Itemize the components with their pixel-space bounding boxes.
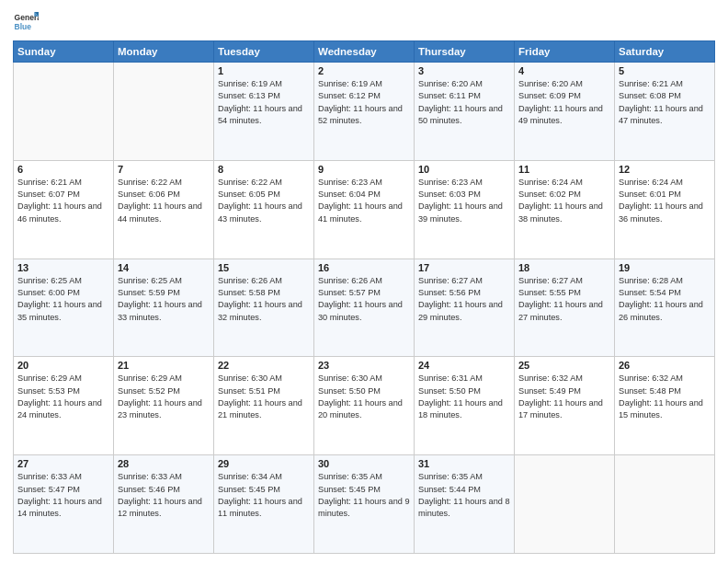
sunset-text: Sunset: 5:55 PM [518,288,581,297]
daylight-text: Daylight: 11 hours and 43 minutes. [218,201,302,223]
calendar-cell [615,455,715,554]
sunrise-text: Sunrise: 6:28 AM [619,276,683,285]
sunset-text: Sunset: 5:48 PM [619,386,681,396]
column-header-thursday: Thursday [415,41,515,63]
calendar-cell: 15 Sunrise: 6:26 AM Sunset: 5:58 PM Dayl… [214,259,314,357]
day-number: 2 [318,65,410,76]
sunset-text: Sunset: 6:07 PM [17,190,80,199]
day-number: 5 [619,65,711,76]
sunset-text: Sunset: 6:05 PM [218,190,280,199]
calendar-cell: 12 Sunrise: 6:24 AM Sunset: 6:01 PM Dayl… [615,160,715,259]
day-number: 29 [218,458,310,469]
calendar-cell: 8 Sunrise: 6:22 AM Sunset: 6:05 PM Dayli… [214,160,314,259]
day-number: 8 [218,164,310,175]
calendar-cell: 1 Sunrise: 6:19 AM Sunset: 6:13 PM Dayli… [214,63,314,161]
daylight-text: Daylight: 11 hours and 39 minutes. [418,201,503,223]
day-number: 15 [218,262,310,273]
daylight-text: Daylight: 11 hours and 44 minutes. [118,201,202,223]
sunrise-text: Sunrise: 6:22 AM [118,178,182,187]
day-info: Sunrise: 6:29 AM Sunset: 5:52 PM Dayligh… [118,373,210,421]
sunrise-text: Sunrise: 6:23 AM [318,178,382,187]
daylight-text: Daylight: 11 hours and 52 minutes. [318,104,403,125]
day-number: 16 [318,262,410,273]
day-info: Sunrise: 6:22 AM Sunset: 6:06 PM Dayligh… [118,177,210,225]
daylight-text: Daylight: 11 hours and 49 minutes. [518,104,603,125]
calendar-cell [114,63,214,161]
calendar-cell: 21 Sunrise: 6:29 AM Sunset: 5:52 PM Dayl… [114,357,214,455]
sunrise-text: Sunrise: 6:23 AM [418,178,483,187]
sunrise-text: Sunrise: 6:27 AM [418,276,483,285]
sunrise-text: Sunrise: 6:20 AM [418,79,483,88]
day-number: 17 [418,262,510,273]
daylight-text: Daylight: 11 hours and 33 minutes. [118,300,202,321]
day-info: Sunrise: 6:21 AM Sunset: 6:07 PM Dayligh… [17,177,109,225]
sunrise-text: Sunrise: 6:35 AM [318,472,382,481]
sunset-text: Sunset: 6:12 PM [318,91,381,100]
sunset-text: Sunset: 6:06 PM [118,190,180,199]
header: General Blue [13,9,715,35]
calendar-cell [14,63,114,161]
sunrise-text: Sunrise: 6:29 AM [17,373,82,383]
calendar-cell: 22 Sunrise: 6:30 AM Sunset: 5:51 PM Dayl… [214,357,314,455]
day-info: Sunrise: 6:28 AM Sunset: 5:54 PM Dayligh… [619,275,711,324]
column-header-monday: Monday [114,41,214,63]
sunset-text: Sunset: 5:57 PM [318,288,381,297]
daylight-text: Daylight: 11 hours and 54 minutes. [218,104,302,125]
day-info: Sunrise: 6:30 AM Sunset: 5:51 PM Dayligh… [218,373,310,421]
sunrise-text: Sunrise: 6:35 AM [418,472,483,481]
daylight-text: Daylight: 11 hours and 21 minutes. [218,398,302,419]
day-info: Sunrise: 6:33 AM Sunset: 5:46 PM Dayligh… [118,471,210,520]
day-number: 26 [619,360,711,371]
sunrise-text: Sunrise: 6:25 AM [17,276,82,285]
daylight-text: Daylight: 11 hours and 17 minutes. [518,398,603,419]
calendar-cell: 2 Sunrise: 6:19 AM Sunset: 6:12 PM Dayli… [314,63,415,161]
day-info: Sunrise: 6:32 AM Sunset: 5:49 PM Dayligh… [518,373,610,421]
daylight-text: Daylight: 11 hours and 36 minutes. [619,201,703,223]
calendar-week-1: 1 Sunrise: 6:19 AM Sunset: 6:13 PM Dayli… [14,63,715,161]
daylight-text: Daylight: 11 hours and 9 minutes. [318,497,410,518]
sunrise-text: Sunrise: 6:20 AM [518,79,583,88]
calendar-cell: 20 Sunrise: 6:29 AM Sunset: 5:53 PM Dayl… [14,357,114,455]
sunset-text: Sunset: 6:02 PM [518,190,581,199]
sunset-text: Sunset: 6:01 PM [619,190,681,199]
calendar-cell: 14 Sunrise: 6:25 AM Sunset: 5:59 PM Dayl… [114,259,214,357]
sunset-text: Sunset: 5:50 PM [318,386,381,396]
day-info: Sunrise: 6:19 AM Sunset: 6:13 PM Dayligh… [218,78,310,127]
sunrise-text: Sunrise: 6:19 AM [218,79,282,88]
daylight-text: Daylight: 11 hours and 50 minutes. [418,104,503,125]
sunrise-text: Sunrise: 6:33 AM [118,472,182,481]
day-info: Sunrise: 6:33 AM Sunset: 5:47 PM Dayligh… [17,471,109,520]
day-info: Sunrise: 6:25 AM Sunset: 6:00 PM Dayligh… [17,275,109,324]
calendar-cell [515,455,615,554]
sunrise-text: Sunrise: 6:34 AM [218,472,282,481]
day-number: 25 [518,360,610,371]
column-header-sunday: Sunday [14,41,114,63]
day-info: Sunrise: 6:31 AM Sunset: 5:50 PM Dayligh… [418,373,510,421]
column-header-friday: Friday [515,41,615,63]
day-info: Sunrise: 6:24 AM Sunset: 6:02 PM Dayligh… [518,177,610,225]
day-number: 7 [118,164,210,175]
calendar-cell: 31 Sunrise: 6:35 AM Sunset: 5:44 PM Dayl… [415,455,515,554]
daylight-text: Daylight: 11 hours and 35 minutes. [17,300,102,321]
calendar-cell: 29 Sunrise: 6:34 AM Sunset: 5:45 PM Dayl… [214,455,314,554]
calendar-week-3: 13 Sunrise: 6:25 AM Sunset: 6:00 PM Dayl… [14,259,715,357]
day-number: 11 [518,164,610,175]
day-info: Sunrise: 6:25 AM Sunset: 5:59 PM Dayligh… [118,275,210,324]
day-info: Sunrise: 6:34 AM Sunset: 5:45 PM Dayligh… [218,471,310,520]
sunset-text: Sunset: 6:08 PM [619,91,681,100]
calendar-cell: 13 Sunrise: 6:25 AM Sunset: 6:00 PM Dayl… [14,259,114,357]
day-number: 14 [118,262,210,273]
day-number: 4 [518,65,610,76]
daylight-text: Daylight: 11 hours and 15 minutes. [619,398,703,419]
logo-icon: General Blue [13,9,39,35]
day-info: Sunrise: 6:24 AM Sunset: 6:01 PM Dayligh… [619,177,711,225]
day-number: 30 [318,458,410,469]
sunset-text: Sunset: 6:03 PM [418,190,481,199]
svg-text:Blue: Blue [15,22,32,31]
sunset-text: Sunset: 5:54 PM [619,288,681,297]
sunrise-text: Sunrise: 6:19 AM [318,79,382,88]
day-number: 9 [318,164,410,175]
day-info: Sunrise: 6:27 AM Sunset: 5:56 PM Dayligh… [418,275,510,324]
calendar-cell: 16 Sunrise: 6:26 AM Sunset: 5:57 PM Dayl… [314,259,415,357]
day-info: Sunrise: 6:26 AM Sunset: 5:58 PM Dayligh… [218,275,310,324]
